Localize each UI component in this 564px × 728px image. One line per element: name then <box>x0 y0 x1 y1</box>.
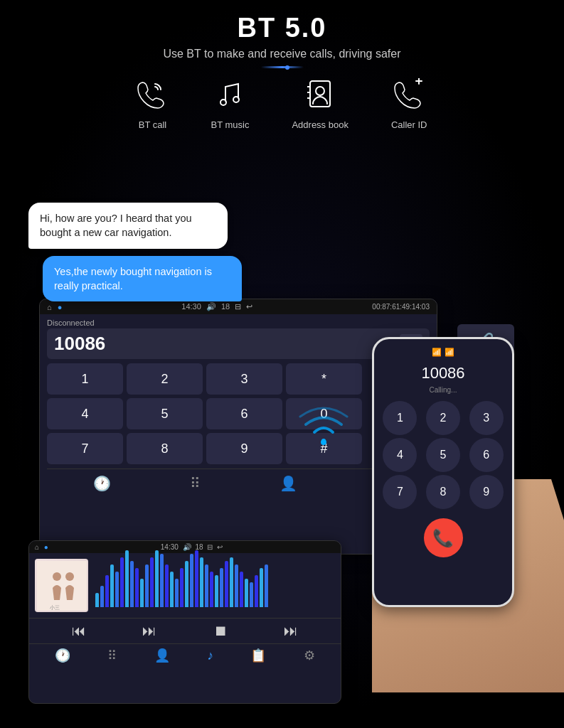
music-settings-icon[interactable]: ⚙ <box>304 648 315 663</box>
prev-button[interactable]: ⏮ <box>72 623 86 639</box>
viz-bar-0 <box>95 593 99 607</box>
address-book-feature: Address book <box>292 78 348 130</box>
viz-bar-20 <box>195 550 198 607</box>
sp-key-6: 6 <box>469 438 504 472</box>
album-art-inner: 小三 <box>35 559 88 612</box>
svg-point-9 <box>53 572 61 581</box>
stop-button[interactable]: ⏹ <box>213 623 228 639</box>
statusbar-left: ⌂ ● <box>47 303 62 311</box>
address-book-icon <box>304 78 336 114</box>
sp-key-2: 2 <box>426 401 460 435</box>
viz-bar-7 <box>130 561 134 607</box>
key-5[interactable]: 5 <box>127 398 203 429</box>
svg-text:小三: 小三 <box>50 605 60 610</box>
music-active-icon[interactable]: ♪ <box>207 648 213 663</box>
viz-bar-11 <box>150 557 154 607</box>
viz-bar-9 <box>140 579 144 607</box>
caller-id-feature: Caller ID <box>391 78 427 130</box>
viz-bar-26 <box>225 561 228 607</box>
viz-bar-15 <box>170 572 174 607</box>
received-bubble: Hi, how are you? I heard that you bought… <box>28 203 228 249</box>
viz-bar-34 <box>265 564 268 607</box>
viz-bar-22 <box>205 564 208 607</box>
sp-key-8: 8 <box>426 475 460 509</box>
bt-music-label: BT music <box>211 119 249 130</box>
album-art: 小三 <box>35 559 88 612</box>
viz-bar-24 <box>215 575 218 607</box>
music-contact-icon[interactable]: 👤 <box>154 648 170 663</box>
viz-bar-32 <box>255 575 258 607</box>
svg-point-7 <box>321 439 326 445</box>
viz-bar-6 <box>125 550 129 607</box>
viz-bar-4 <box>115 572 119 607</box>
music-grid-icon[interactable]: ⠿ <box>107 648 117 663</box>
viz-bar-21 <box>200 557 203 607</box>
music-controls: ⏮ ⏭ ⏹ ⏭ <box>29 618 341 643</box>
wifi-icon <box>299 405 348 459</box>
viz-bar-12 <box>155 550 159 607</box>
contact-icon[interactable]: 👤 <box>280 475 297 492</box>
smartphone: 📶 📶 10086 Calling... 1 2 3 4 5 6 7 8 9 <box>372 337 514 607</box>
sp-key-9: 9 <box>469 475 504 509</box>
key-6[interactable]: 6 <box>206 398 282 429</box>
dialer-number: 10086 <box>54 333 400 355</box>
sp-statusbar: 📶 📶 <box>380 348 506 357</box>
key-1[interactable]: 1 <box>47 363 123 395</box>
status-dot: ● <box>58 303 63 311</box>
music-bottom-bar: 🕐 ⠿ 👤 ♪ 📋 ⚙ <box>29 643 341 667</box>
music-statusbar: ⌂ ● 14:30 🔊 18 ⊟ ↩ <box>29 541 341 553</box>
skip-forward-button[interactable]: ⏭ <box>142 623 156 639</box>
music-status-left: ⌂ ● <box>35 543 48 551</box>
sp-key-4: 4 <box>383 438 417 472</box>
features-row: BT call BT music <box>0 78 564 130</box>
music-body: 小三 <box>29 553 341 618</box>
viz-bar-17 <box>180 568 183 607</box>
music-book-icon[interactable]: 📋 <box>250 648 266 663</box>
smartphone-screen: 📶 📶 10086 Calling... 1 2 3 4 5 6 7 8 9 <box>374 339 512 605</box>
address-book-label: Address book <box>292 119 348 130</box>
key-4[interactable]: 4 <box>47 398 123 429</box>
viz-bar-13 <box>160 554 164 607</box>
key-9[interactable]: 9 <box>206 433 282 464</box>
viz-bar-18 <box>185 561 188 607</box>
viz-bar-8 <box>135 568 139 607</box>
caller-id-label: Caller ID <box>391 119 427 130</box>
home-icon: ⌂ <box>47 303 52 311</box>
bt-call-feature: BT call <box>137 78 168 130</box>
sp-number: 10086 <box>380 364 506 382</box>
bt-music-feature: BT music <box>211 78 249 130</box>
svg-rect-8 <box>37 561 87 611</box>
dot-separator <box>0 66 564 68</box>
page-subtitle: Use BT to make and receive calls, drivin… <box>0 48 564 60</box>
sp-key-3: 3 <box>469 401 504 435</box>
statusbar-time: 14:30 🔊 18 ⊟ ↩ <box>181 302 252 311</box>
viz-bar-10 <box>145 564 149 607</box>
key-7[interactable]: 7 <box>47 433 123 464</box>
grid-icon[interactable]: ⠿ <box>190 475 201 492</box>
page-title: BT 5.0 <box>0 13 564 43</box>
chat-area: Hi, how are you? I heard that you bought… <box>28 203 242 301</box>
clock-icon[interactable]: 🕐 <box>93 475 111 492</box>
viz-bar-31 <box>250 582 253 607</box>
svg-point-10 <box>65 572 74 581</box>
key-3[interactable]: 3 <box>206 363 282 395</box>
music-clock-icon[interactable]: 🕐 <box>55 648 70 663</box>
sp-key-5: 5 <box>426 438 460 472</box>
viz-bar-16 <box>175 579 179 607</box>
key-2[interactable]: 2 <box>127 363 203 395</box>
next-button[interactable]: ⏭ <box>284 623 298 639</box>
sp-key-1: 1 <box>383 401 417 435</box>
statusbar-mac: 00:87:61:49:14:03 <box>372 303 430 311</box>
caller-id-icon <box>393 78 425 114</box>
viz-bar-14 <box>165 564 169 607</box>
bt-call-label: BT call <box>139 119 167 130</box>
sp-call-button: 📞 <box>424 518 463 557</box>
viz-bar-33 <box>260 568 263 607</box>
wifi-overlay <box>299 405 348 459</box>
viz-bar-30 <box>245 579 248 607</box>
key-8[interactable]: 8 <box>127 433 203 464</box>
music-screen: ⌂ ● 14:30 🔊 18 ⊟ ↩ <box>28 540 341 704</box>
viz-bar-2 <box>105 575 109 607</box>
bt-call-icon <box>137 78 168 114</box>
viz-bar-27 <box>230 557 233 607</box>
